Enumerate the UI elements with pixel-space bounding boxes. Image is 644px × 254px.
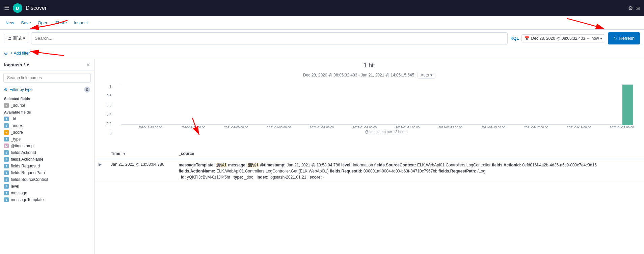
chart-bar (195, 124, 206, 125)
chart-bar (559, 124, 569, 125)
index-name: 测试 (13, 35, 22, 41)
th-expand (95, 149, 107, 159)
field-item-actionid[interactable]: t fields.ActionId (0, 149, 94, 156)
menu-icon[interactable]: ☰ (4, 4, 9, 12)
chart-bar (334, 124, 345, 125)
chart-bar (313, 124, 324, 125)
field-name: _index (11, 123, 23, 128)
mail-icon[interactable]: ✉ (636, 5, 640, 11)
add-filter-button[interactable]: + Add filter (10, 51, 30, 56)
chart-bar (612, 124, 623, 125)
time-range-value: Dec 28, 2020 @ 08:05:32.403 → now (531, 36, 599, 41)
field-item-id[interactable]: t _id (0, 116, 94, 122)
nav-inspect[interactable]: Inspect (74, 20, 88, 25)
filter-bar: ⊕ + Add filter (0, 47, 644, 59)
chart-bar (516, 124, 527, 125)
field-item-timestamp[interactable]: 🕐 @timestamp (0, 142, 94, 149)
refresh-button[interactable]: ↻ Refresh (608, 32, 640, 44)
field-value: _doc (243, 175, 253, 180)
field-item-index[interactable]: t _index (0, 122, 94, 129)
field-value-highlighted: 测试1 (248, 163, 259, 167)
app-title: Discover (26, 5, 625, 11)
field-key: _index: (254, 175, 268, 180)
source-cell: messageTemplate: 测试1 message: 测试1 @times… (175, 159, 644, 183)
index-selector[interactable]: 🗂 测试 ▾ (4, 34, 28, 43)
field-item-message[interactable]: t message (0, 190, 94, 196)
refresh-icon: ↻ (613, 36, 617, 41)
chart-bar (281, 124, 292, 125)
field-item-actionname[interactable]: t fields.ActionName (0, 156, 94, 163)
row-expand-button[interactable]: ▶ (99, 162, 102, 167)
field-key: level: (341, 163, 352, 167)
field-value: /Log (476, 169, 485, 173)
interval-selector[interactable]: Auto ▾ (418, 72, 435, 78)
chart-bar (366, 124, 377, 125)
field-name: fields.RequestId (11, 164, 40, 168)
nav-share[interactable]: Share (55, 20, 67, 25)
field-item-level[interactable]: t level (0, 183, 94, 190)
chart-bar (174, 124, 185, 125)
nav-open[interactable]: Open (38, 20, 49, 25)
field-type-badge: t (4, 191, 9, 195)
row-expand-cell: ▶ (95, 159, 107, 183)
field-name: level (11, 184, 19, 189)
search-query-input[interactable] (31, 32, 508, 44)
sidebar-close-icon[interactable]: ✕ (86, 62, 90, 67)
main-layout: logstash-* ▾ ✕ ⊕ Filter by type 0 Select… (0, 59, 644, 254)
chart-bar (484, 124, 494, 125)
hit-count-bar: 1 hit (95, 59, 644, 70)
chart-bar (142, 124, 153, 125)
field-key: messageTemplate: (179, 163, 216, 167)
chart-bar (249, 124, 260, 125)
field-type-badge: t (4, 177, 9, 182)
top-bar: ☰ D Discover ⚙ ✉ (0, 0, 644, 16)
time-col-label: Time (111, 151, 120, 156)
field-key: _id: (179, 175, 186, 180)
sidebar-index-selector[interactable]: logstash-* ▾ (4, 62, 29, 67)
field-key: fields.RequestPath: (438, 169, 476, 173)
chart-bars: (function(){ var container = document.cu… (120, 85, 634, 125)
field-item-messagetemplate[interactable]: t messageTemplate (0, 196, 94, 203)
field-value: 000001af-0004-fd00-b63f-84710c7967bb (363, 169, 437, 173)
field-value: Information (352, 163, 373, 167)
field-item-sourcecontext[interactable]: t fields.SourceContext (0, 176, 94, 183)
chart-bar (494, 124, 505, 125)
chart-bar (292, 124, 302, 125)
filter-by-type-label: Filter by type (9, 87, 33, 92)
field-item-type[interactable]: t _type (0, 136, 94, 142)
nav-save[interactable]: Save (21, 20, 31, 25)
selected-fields-label: Selected fields (0, 95, 94, 102)
time-picker[interactable]: 📅 Dec 28, 2020 @ 08:05:32.403 → now ▾ (521, 34, 605, 42)
chart-bar (398, 124, 409, 125)
settings-icon[interactable]: ⚙ (628, 5, 633, 11)
field-key: fields.RequestId: (330, 169, 363, 173)
chart-bar (441, 124, 452, 125)
chart-bar (591, 124, 601, 125)
kql-badge[interactable]: KQL (510, 36, 519, 41)
field-item-score[interactable]: # _score (0, 129, 94, 136)
chart-bar (601, 124, 612, 125)
field-name: message (11, 191, 27, 195)
nav-bar: New Save Open Share Inspect (0, 16, 644, 30)
search-fields-input[interactable] (3, 73, 91, 83)
chart-bar (153, 124, 164, 125)
date-range-value: Dec 28, 2020 @ 08:05:32.403 - Jan 21, 20… (303, 73, 414, 77)
field-value: logstash-2021.01.21 (268, 175, 306, 180)
date-range-bar: Dec 28, 2020 @ 08:05:32.403 - Jan 21, 20… (95, 70, 644, 81)
source-col-label: _source (179, 151, 194, 156)
nav-new[interactable]: New (5, 20, 14, 25)
field-item-requestpath[interactable]: t fields.RequestPath (0, 169, 94, 176)
filter-by-type-button[interactable]: ⊕ Filter by type 0 (0, 85, 94, 95)
sidebar-index-label: logstash-* (4, 62, 25, 67)
content-area: 1 hit Dec 28, 2020 @ 08:05:32.403 - Jan … (95, 59, 644, 254)
field-item-source[interactable]: # _source (0, 102, 94, 109)
filter-icon: ⊕ (4, 51, 8, 56)
chart-bar (185, 124, 196, 125)
chart-bar (377, 124, 388, 125)
chart-bar (206, 124, 217, 125)
chart-bar (420, 124, 431, 125)
field-key: fields.SourceContext: (374, 163, 416, 167)
field-item-requestid[interactable]: t fields.RequestId (0, 163, 94, 169)
th-time[interactable]: Time ▼ (107, 149, 175, 159)
field-value-highlighted: 测试1 (216, 163, 227, 167)
